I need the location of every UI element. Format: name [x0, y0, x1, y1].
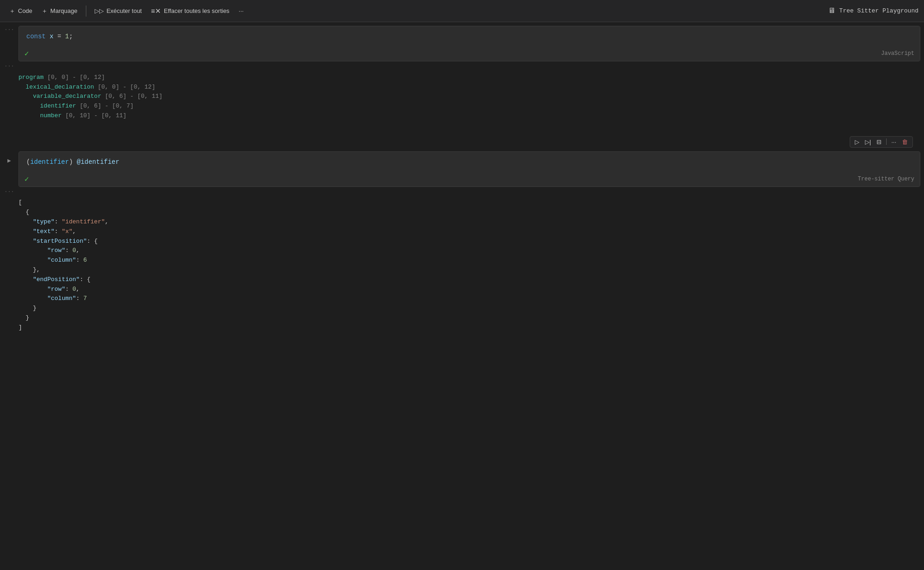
more-label: ··· — [239, 7, 244, 14]
cell-more-button[interactable]: ··· — [889, 138, 898, 146]
cell-more-icon: ··· — [891, 138, 896, 145]
cell-1-content: const x = 1; ✓ JavaScript — [18, 26, 920, 61]
split-cell-button[interactable]: ⊟ — [875, 138, 883, 146]
execute-label: Exécuter tout — [107, 7, 142, 14]
app-title-area: 🖥 Tree Sitter Playground — [828, 6, 918, 15]
cell-1-status: ✓ — [24, 49, 29, 58]
add-marquage-button[interactable]: ＋ Marquage — [38, 5, 81, 17]
add-code-button[interactable]: ＋ Code — [6, 5, 36, 17]
marquage-label: Marquage — [50, 7, 78, 14]
cell-2-content: (identifier) @identifier ✓ Tree-sitter Q… — [18, 151, 920, 187]
cell-2-code[interactable]: (identifier) @identifier — [19, 152, 920, 173]
more-options-button[interactable]: ··· — [235, 6, 247, 16]
run-next-icon: ▷| — [865, 138, 871, 145]
delete-cell-button[interactable]: 🗑 — [900, 138, 910, 146]
play-all-icon: ▷▷ — [95, 7, 104, 14]
run-next-button[interactable]: ▷| — [863, 138, 873, 146]
cell2-toolbar-sep — [886, 138, 887, 145]
cell-1-footer: ✓ JavaScript — [19, 47, 920, 61]
cell-2-block: ▶ (identifier) @identifier ✓ Tree-sitter… — [0, 148, 924, 187]
cell-1-output-gutter: ··· — [0, 61, 18, 132]
cell-1-code[interactable]: const x = 1; — [19, 26, 920, 47]
clear-label: Effacer toutes les sorties — [164, 7, 229, 14]
cell-2-row: ▶ (identifier) @identifier ✓ Tree-sitter… — [0, 148, 924, 187]
execute-all-button[interactable]: ▷▷ Exécuter tout — [91, 6, 146, 16]
delete-icon: 🗑 — [902, 138, 908, 145]
cell-2-action-toolbar: ▷ ▷| ⊟ ··· 🗑 — [850, 136, 913, 148]
cell-1-language: JavaScript — [881, 50, 914, 57]
cell-1-gutter-icon: ··· — [4, 27, 14, 33]
toolbar: ＋ Code ＋ Marquage ▷▷ Exécuter tout ≡✕ Ef… — [0, 0, 924, 22]
code-label: Code — [18, 7, 32, 14]
cell-1-gutter: ··· — [0, 22, 18, 61]
cell-1-output-content: program [0, 0] - [0, 12] lexical_declara… — [18, 61, 924, 132]
bottom-scrollbar[interactable] — [0, 566, 924, 570]
clear-all-button[interactable]: ≡✕ Effacer toutes les sorties — [147, 5, 233, 17]
run-icon: ▷ — [855, 138, 859, 145]
cell-2-footer: ✓ Tree-sitter Query — [19, 173, 920, 186]
cell-2-output-content: [ { "type": "identifier", "text": "x", "… — [18, 187, 924, 566]
cell-1-block: ··· const x = 1; ✓ JavaScript — [0, 22, 924, 61]
cell-1-output-gutter-icon: ··· — [4, 63, 14, 70]
cell-2-status: ✓ — [24, 174, 29, 184]
play-button[interactable]: ▶ — [4, 152, 15, 164]
cell-2-toolbar-row: ▷ ▷| ⊟ ··· 🗑 — [0, 132, 924, 148]
main-content: ··· const x = 1; ✓ JavaScript ··· progra… — [0, 22, 924, 570]
separator-1 — [86, 6, 86, 17]
split-icon: ⊟ — [876, 138, 882, 145]
cell-1-row: ··· const x = 1; ✓ JavaScript — [0, 22, 924, 61]
cell-1-output: ··· program [0, 0] - [0, 12] lexical_dec… — [0, 61, 924, 132]
clear-icon: ≡✕ — [151, 7, 161, 15]
cell-2-language: Tree-sitter Query — [858, 176, 914, 182]
plus-icon-2: ＋ — [42, 7, 48, 15]
cell-2-toolbar-area: ▷ ▷| ⊟ ··· 🗑 — [18, 136, 913, 148]
cell-2-output-gutter-icon: ··· — [4, 189, 14, 195]
app-title: Tree Sitter Playground — [839, 7, 918, 14]
cell-2-output-gutter: ··· — [0, 187, 18, 566]
cell-2-gutter: ▶ — [0, 148, 18, 187]
cell-2-output: ··· [ { "type": "identifier", "text": "x… — [0, 187, 924, 566]
app-icon: 🖥 — [828, 6, 835, 15]
plus-icon: ＋ — [9, 7, 15, 15]
run-cell-button[interactable]: ▷ — [853, 138, 861, 146]
